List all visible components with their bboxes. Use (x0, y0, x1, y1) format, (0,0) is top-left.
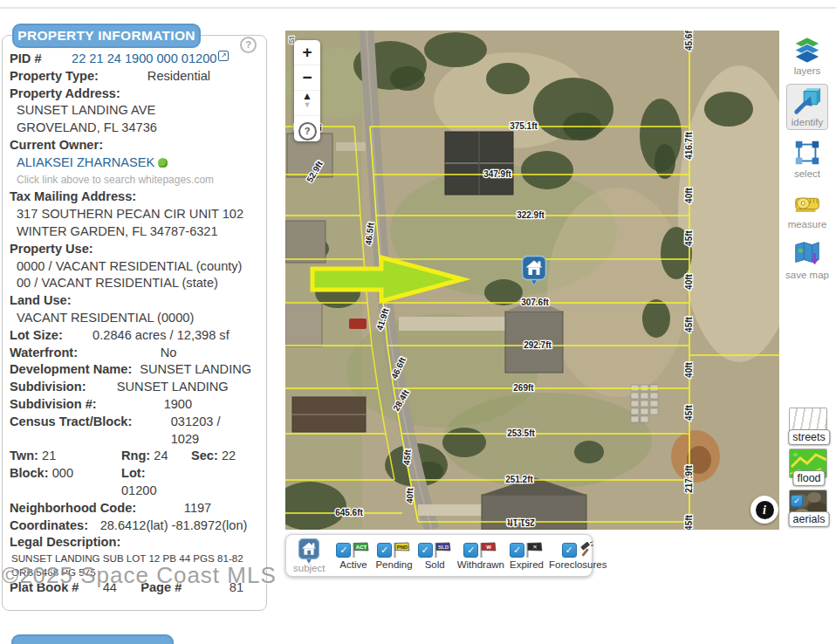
zoom-out-button[interactable]: − (294, 65, 320, 91)
map-help-button[interactable]: ? (294, 116, 320, 141)
property-info-panel: PROPERTY INFORMATION ? PID # 22 21 24 19… (2, 35, 267, 611)
svg-text:SLD: SLD (438, 545, 449, 550)
pending-checkbox[interactable]: ✓ (377, 543, 392, 558)
external-link-icon[interactable]: ↗ (218, 51, 229, 61)
measurement-label: 645.6ft (335, 508, 363, 517)
pid-row: PID # 22 21 24 1900 000 01200↗ (10, 51, 259, 68)
check-glyph: ✓ (467, 545, 475, 556)
measure-icon (792, 188, 822, 218)
waterfront-value: No (78, 345, 259, 362)
legend-status-label: Sold (425, 559, 445, 570)
pid-link[interactable]: 22 21 24 1900 000 01200 (72, 51, 216, 65)
legend-status-label: Pending (375, 559, 412, 570)
active-checkbox[interactable]: ✓ (336, 543, 351, 558)
measurement-label: 251.2ft (505, 475, 533, 484)
active-flag-icon: ACT (351, 541, 370, 558)
property-address-line1: SUNSET LANDING AVE (10, 102, 259, 120)
basemap-label: aerials (789, 511, 830, 527)
coordinates-label: Coordinates: (10, 517, 88, 535)
check-glyph: ✓ (339, 545, 347, 556)
check-glyph: ✓ (565, 545, 573, 556)
legend-status-expired: ✓ ✕ Expired (510, 541, 544, 570)
measurement-label: 292.7ft (524, 340, 552, 350)
foreclosures-checkbox[interactable]: ✓ (562, 543, 577, 558)
south-arrow-icon: ▼ (304, 101, 312, 109)
measurement-label: 322.9ft (517, 210, 545, 220)
legal-label: Legal Description: (10, 534, 259, 552)
map-zoom-control: + − ▲▼ ? (294, 40, 320, 141)
tool-layers[interactable]: layers (788, 33, 826, 78)
property-address-label: Property Address: (10, 86, 259, 103)
tax-line1: 317 SOUTHERN PECAN CIR UNIT 102 (10, 206, 259, 223)
select-icon (792, 138, 822, 168)
expired-checkbox[interactable]: ✓ (510, 543, 524, 558)
map-legend-bar: subject ✓ ACT Active ✓ PND Pending ✓ SLD… (285, 534, 593, 577)
measurement-label: 45ft (684, 230, 694, 245)
map-toolbar: layers identify select (779, 33, 835, 288)
legend-status-label: Active (339, 559, 367, 570)
svg-text:W: W (486, 545, 491, 550)
tool-label: save map (785, 270, 829, 280)
measurement-label: 269ft (513, 383, 534, 393)
measurement-label: 253.5ft (507, 428, 535, 438)
measurement-label: 307.6ft (521, 298, 549, 307)
basemap-flood[interactable]: flood (789, 449, 829, 483)
census-label: Census Tract/Block: (10, 414, 132, 449)
legend-status-label: Expired (510, 559, 544, 570)
block-value: 000 (52, 466, 73, 480)
measurement-label: 375.1ft (510, 121, 538, 131)
info-button[interactable]: i (750, 496, 778, 524)
checkbox-checked-icon[interactable]: ✓ (791, 495, 803, 507)
subject-pin-icon (298, 538, 319, 564)
basemap-aerials[interactable]: ✓ aerials (789, 490, 829, 524)
zoom-in-button[interactable]: + (294, 40, 320, 65)
measurement-label: 40ft (684, 361, 694, 377)
census-row: Census Tract/Block: 031203 / 1029 (10, 414, 259, 449)
tool-identify[interactable]: identify (786, 84, 828, 130)
tool-label: select (794, 168, 820, 179)
gavel-icon (577, 541, 594, 558)
next-section-header[interactable] (11, 634, 174, 644)
measurement-label: 251.1ft (506, 517, 534, 527)
sold-checkbox[interactable]: ✓ (418, 543, 433, 558)
measurement-label: 40ft (684, 187, 694, 202)
svg-text:PND: PND (397, 545, 408, 550)
tax-mailing-label: Tax Mailing Address: (10, 188, 259, 206)
house-mid (505, 299, 563, 373)
default-extent-button[interactable]: ▲▼ (294, 91, 320, 116)
tool-save-map[interactable]: save map (781, 237, 833, 282)
property-type-row: Property Type: Residential (10, 68, 259, 86)
current-owner-label: Current Owner: (10, 137, 259, 154)
legend-subject: subject (293, 538, 325, 573)
twn-label: Twn: (10, 449, 38, 462)
tool-label: layers (794, 65, 821, 76)
legend-status-sold: ✓ SLD Sold (418, 541, 452, 570)
legend-status-label: Foreclosures (549, 559, 606, 570)
measurement-label: 45ft (684, 514, 694, 530)
legend-status-pending: ✓ PND Pending (375, 541, 412, 570)
withdrawn-checkbox[interactable]: ✓ (463, 543, 478, 558)
check-glyph: ✓ (380, 545, 388, 556)
whitepages-icon[interactable] (158, 158, 168, 168)
census-value: 031203 / 1029 (171, 414, 221, 449)
twn-value: 21 (42, 449, 56, 462)
block-lot-row: Block: 000 Lot:01200 (10, 465, 259, 500)
lot-size-value: 0.2846 acres / 12,398 sf (63, 327, 259, 345)
legend-subject-label: subject (293, 563, 325, 573)
map-canvas[interactable]: 567.5ft 375.1ft 347.9ft 322.9ft 307.6ft … (285, 31, 779, 530)
owner-hint: Click link above to search whitepages.co… (10, 172, 259, 189)
basemap-label: streets (788, 429, 830, 445)
help-icon[interactable]: ? (240, 37, 257, 53)
pid-label: PID # (10, 51, 42, 68)
svg-text:ACT: ACT (356, 545, 367, 550)
panel-header[interactable]: PROPERTY INFORMATION (12, 24, 201, 48)
expired-flag-icon: ✕ (524, 541, 544, 558)
measurement-label: 416.7ft (684, 131, 694, 159)
measurement-label: 217.9ft (684, 464, 694, 492)
tool-measure[interactable]: measure (784, 187, 832, 231)
basemap-streets[interactable]: streets (789, 408, 829, 442)
tool-select[interactable]: select (788, 136, 826, 181)
owner-link[interactable]: ALIAKSEI ZHARNASEK (17, 155, 154, 169)
identify-icon (792, 86, 822, 116)
lot-size-label: Lot Size: (10, 327, 63, 345)
